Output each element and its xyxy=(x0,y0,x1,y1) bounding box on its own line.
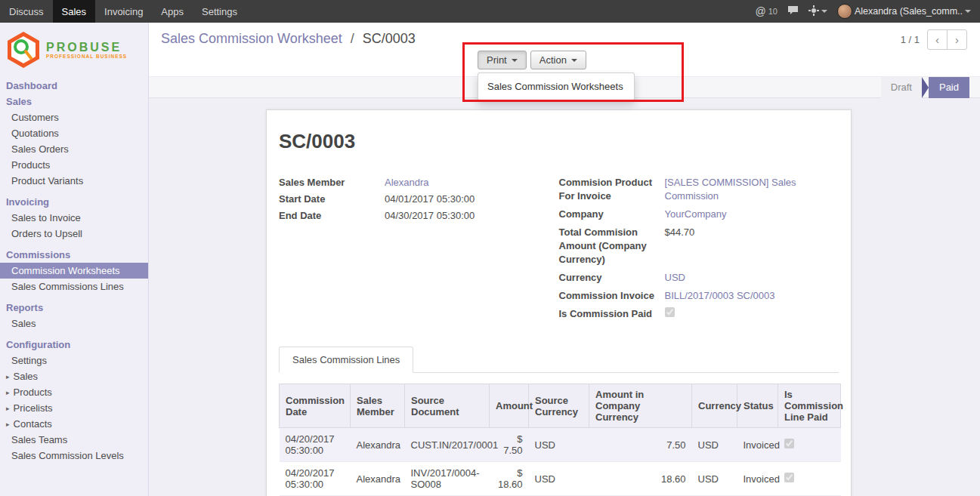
caret-down-icon xyxy=(512,59,518,62)
pager-next-button[interactable]: › xyxy=(947,29,967,50)
statusbar: Draft Paid xyxy=(881,77,969,99)
mention-count: 10 xyxy=(768,7,778,16)
messages-button[interactable] xyxy=(787,5,799,17)
print-button[interactable]: Print xyxy=(478,51,527,69)
sidebar-item-quotations[interactable]: Quotations xyxy=(0,125,148,141)
logo: PROBUSE PROFESSIONAL BUSINESS xyxy=(0,23,148,78)
pager: 1 / 1 ‹ › xyxy=(901,29,967,50)
cell-amount: $ 18.60 xyxy=(490,462,529,496)
cell-status: Invoiced xyxy=(737,428,778,462)
sidebar-item-commission-worksheets[interactable]: Commission Worksheets xyxy=(0,263,148,279)
sidebar-item-config-sales[interactable]: ▸ Sales xyxy=(0,368,148,384)
cell-amount-company: 18.60 xyxy=(589,462,692,496)
action-button[interactable]: Action xyxy=(530,51,586,69)
menu-settings[interactable]: Settings xyxy=(193,0,246,23)
col-source-document: Source Document xyxy=(405,384,490,428)
company-value[interactable]: YourCompany xyxy=(665,208,727,221)
col-is-commission-line-paid: Is Commission Line Paid xyxy=(778,384,841,428)
control-panel: Sales Commission Worksheet / SC/0003 Pri… xyxy=(149,23,980,76)
pager-text: 1 / 1 xyxy=(901,34,920,45)
action-button-label: Action xyxy=(539,54,567,66)
commission-product-value[interactable]: [SALES COMMISSION] Sales Commission xyxy=(665,176,839,203)
sidebar-item-product-variants[interactable]: Product Variants xyxy=(0,173,148,189)
cell-status: Invoiced xyxy=(737,462,778,496)
col-commission-date: Commission Date xyxy=(280,384,351,428)
sidebar-item-products[interactable]: Products xyxy=(0,157,148,173)
menu-apps[interactable]: Apps xyxy=(152,0,193,23)
sales-member-value[interactable]: Alexandra xyxy=(385,176,429,189)
total-commission-label: Total Commision Amount (Company Currency… xyxy=(559,226,665,266)
sidebar-item-sales-teams[interactable]: Sales Teams xyxy=(0,432,148,448)
cell-date: 04/20/2017 05:30:00 xyxy=(280,462,351,496)
currency-label: Currency xyxy=(559,271,665,285)
print-dropdown: Sales Commission Worksheets xyxy=(478,72,635,100)
chevron-right-icon: ▸ xyxy=(6,373,10,380)
sidebar-item-config-products[interactable]: ▸ Products xyxy=(0,384,148,400)
table-row[interactable]: 04/20/2017 05:30:00 Alexandra INV/2017/0… xyxy=(280,462,841,496)
sidebar-item-settings[interactable]: Settings xyxy=(0,353,148,368)
cell-source: INV/2017/0004-SO008 xyxy=(405,462,490,496)
status-draft[interactable]: Draft xyxy=(881,77,922,99)
mentions-button[interactable]: @ 10 xyxy=(755,5,777,17)
sidebar-heading-reports[interactable]: Reports xyxy=(0,300,148,316)
sidebar-item-label: Products xyxy=(14,387,52,398)
cell-currency: USD xyxy=(692,462,737,496)
breadcrumb-current: SC/0003 xyxy=(363,31,416,46)
chat-icon xyxy=(787,5,799,17)
menu-invoicing[interactable]: Invoicing xyxy=(95,0,152,23)
sidebar-item-orders-to-upsell[interactable]: Orders to Upsell xyxy=(0,226,148,242)
sidebar-item-pricelists[interactable]: ▸ Pricelists xyxy=(0,400,148,416)
commission-invoice-value[interactable]: BILL/2017/0003 SC/0003 xyxy=(665,289,775,303)
cell-member: Alexandra xyxy=(351,462,405,496)
sidebar-item-reports-sales[interactable]: Sales xyxy=(0,316,148,331)
col-amount: Amount xyxy=(490,384,529,428)
menu-discuss[interactable]: Discuss xyxy=(0,0,53,23)
sidebar-heading-invoicing[interactable]: Invoicing xyxy=(0,194,148,210)
sidebar-heading-commissions[interactable]: Commissions xyxy=(0,247,148,263)
sidebar-item-sales-to-invoice[interactable]: Sales to Invoice xyxy=(0,210,148,226)
company-label: Company xyxy=(559,208,665,221)
user-menu-button[interactable]: Alexandra (Sales_comm.. xyxy=(837,4,971,19)
breadcrumb: Sales Commission Worksheet / SC/0003 xyxy=(161,31,416,47)
currency-value[interactable]: USD xyxy=(665,271,685,285)
chevron-down-icon xyxy=(965,10,971,13)
sidebar-item-label: Sales xyxy=(14,371,39,382)
cell-source-currency: USD xyxy=(529,428,589,462)
action-buttons: Print Action xyxy=(478,51,586,69)
end-date-label: End Date xyxy=(279,209,385,223)
form-sheet: SC/0003 Sales Member Alexandra Start Dat… xyxy=(266,109,852,496)
sidebar-heading-configuration[interactable]: Configuration xyxy=(0,337,148,353)
sidebar-item-contacts[interactable]: ▸ Contacts xyxy=(0,416,148,432)
user-label: Alexandra (Sales_comm.. xyxy=(855,6,963,17)
brand-tagline: PROFESSIONAL BUSINESS xyxy=(46,54,127,59)
status-paid-active[interactable]: Paid xyxy=(929,77,969,99)
line-paid-checkbox xyxy=(784,439,794,448)
start-date-value: 04/01/2017 05:30:00 xyxy=(385,193,475,206)
breadcrumb-parent[interactable]: Sales Commission Worksheet xyxy=(161,31,342,46)
sidebar-heading-sales[interactable]: Sales xyxy=(0,94,148,109)
chevron-down-icon xyxy=(821,10,827,13)
dropdown-item-sales-commission-worksheets[interactable]: Sales Commission Worksheets xyxy=(478,77,634,96)
sidebar-heading-dashboard[interactable]: Dashboard xyxy=(0,78,148,94)
notebook-tabs: Sales Commission Lines xyxy=(279,347,839,373)
end-date-value: 04/30/2017 05:30:00 xyxy=(385,209,475,223)
sidebar-item-sales-commissions-lines[interactable]: Sales Commissions Lines xyxy=(0,279,148,294)
cell-source-currency: USD xyxy=(529,462,589,496)
debug-menu-button[interactable] xyxy=(808,5,827,18)
sidebar-item-customers[interactable]: Customers xyxy=(0,109,148,125)
cell-source: CUST.IN/2017/0001 xyxy=(405,428,490,462)
topbar: Discuss Sales Invoicing Apps Settings @ … xyxy=(0,0,980,23)
sidebar-item-sales-commission-levels[interactable]: Sales Commission Levels xyxy=(0,448,148,464)
cell-member: Alexandra xyxy=(351,428,405,462)
total-commission-value: $44.70 xyxy=(665,226,695,266)
sidebar: PROBUSE PROFESSIONAL BUSINESS Dashboard … xyxy=(0,23,149,496)
tab-sales-commission-lines[interactable]: Sales Commission Lines xyxy=(279,347,413,373)
right-field-group: Commision Product For Invoice [SALES COM… xyxy=(559,176,839,325)
col-sales-member: Sales Member xyxy=(351,384,405,428)
menu-sales[interactable]: Sales xyxy=(53,0,96,23)
col-source-currency: Source Currency xyxy=(529,384,589,428)
sidebar-item-sales-orders[interactable]: Sales Orders xyxy=(0,141,148,157)
commission-product-label: Commision Product For Invoice xyxy=(559,176,665,203)
pager-previous-button[interactable]: ‹ xyxy=(927,29,948,50)
table-row[interactable]: 04/20/2017 05:30:00 Alexandra CUST.IN/20… xyxy=(280,428,841,462)
